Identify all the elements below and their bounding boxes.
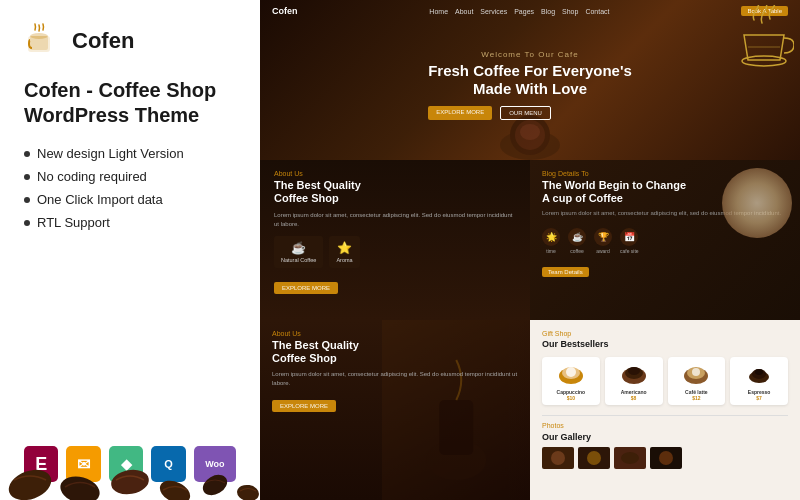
about-card-1: ☕ Natural Coffee — [274, 236, 323, 268]
product-cappuccino: Cappuccino $10 — [542, 357, 600, 405]
bullet-2 — [24, 174, 30, 180]
svg-point-36 — [659, 451, 673, 465]
svg-point-6 — [156, 476, 193, 500]
about-title: The Best QualityCoffee Shop — [274, 179, 516, 205]
left-panel: Cofen Cofen - Coffee Shop WordPress Them… — [0, 0, 260, 500]
card-1-icon: ☕ — [291, 241, 306, 255]
icon-item-1: 🌟 time — [542, 228, 560, 254]
product-espresso: Espresso $7 — [730, 357, 788, 405]
product-title: Cofen - Coffee Shop WordPress Theme — [24, 78, 236, 128]
nav-link-contact: Contact — [585, 8, 609, 15]
about-card-2: ⭐ Aroma — [329, 236, 359, 268]
nav-link-shop: Shop — [562, 8, 578, 15]
svg-point-14 — [520, 124, 540, 140]
nav-link-blog: Blog — [541, 8, 555, 15]
latte-img — [681, 361, 711, 386]
middle-section: About Us The Best QualityCoffee Shop Lor… — [260, 160, 800, 320]
svg-point-22 — [628, 367, 640, 375]
bestsellers-title: Our Bestsellers — [542, 339, 788, 349]
hero-nav-links: Home About Services Pages Blog Shop Cont… — [429, 8, 609, 15]
icon-circle-3: 🏆 — [594, 228, 612, 246]
bottom-text-content: About Us The Best QualityCoffee Shop Lor… — [272, 330, 518, 412]
about-subtitle: About Us — [274, 170, 516, 177]
logo-icon — [24, 22, 62, 60]
bullet-4 — [24, 220, 30, 226]
svg-point-7 — [199, 471, 231, 500]
about-explore-btn[interactable]: EXPLORE MORE — [274, 282, 338, 294]
gallery-thumbs — [542, 447, 788, 469]
espresso-img — [744, 361, 774, 386]
bestsellers-section: Gift Shop Our Bestsellers Cappuccino $10 — [530, 320, 800, 500]
svg-point-9 — [742, 56, 786, 66]
hero-menu-btn[interactable]: OUR MENU — [500, 106, 551, 120]
team-btn[interactable]: Team Details — [542, 267, 589, 277]
bottom-section: About Us The Best QualityCoffee Shop Lor… — [260, 320, 800, 500]
coffee-beans-decoration — [0, 400, 260, 500]
preview-container: Cofen Home About Services Pages Blog Sho… — [260, 0, 800, 500]
icon-label-4: cafe site — [620, 248, 639, 254]
bottom-explore-btn[interactable]: EXPLORE MORE — [272, 400, 336, 412]
gallery-subtitle: Photos — [542, 422, 788, 429]
svg-point-19 — [566, 367, 576, 377]
nav-link-about: About — [455, 8, 473, 15]
icon-circle-1: 🌟 — [542, 228, 560, 246]
bottom-title: The Best QualityCoffee Shop — [272, 339, 518, 365]
logo-area: Cofen — [24, 22, 236, 60]
bottom-subtitle: About Us — [272, 330, 518, 337]
bestsellers-grid: Cappuccino $10 Americano $8 — [542, 357, 788, 405]
feature-item-1: New design Light Version — [24, 146, 236, 161]
gold-cup-illustration — [734, 5, 794, 75]
hero-text: Welcome To Our Cafe Fresh Coffee For Eve… — [428, 50, 632, 120]
product-americano: Americano $8 — [605, 357, 663, 405]
gallery-thumb-2 — [578, 447, 610, 469]
about-text: Lorem ipsum dolor sit amet, consectetur … — [274, 211, 516, 228]
gallery-title: Our Gallery — [542, 432, 788, 442]
icon-label-2: coffee — [570, 248, 584, 254]
world-section: Blog Details To The World Begin to Chang… — [530, 160, 800, 320]
hero-explore-btn[interactable]: EXPLORE MORE — [428, 106, 492, 120]
hero-buttons: EXPLORE MORE OUR MENU — [428, 106, 632, 120]
espresso-price: $7 — [756, 395, 762, 401]
americano-price: $8 — [631, 395, 637, 401]
logo-name: Cofen — [72, 28, 134, 54]
svg-point-30 — [551, 451, 565, 465]
svg-rect-2 — [30, 36, 48, 50]
product-latte: Café latte $12 — [668, 357, 726, 405]
hero-nav: Cofen Home About Services Pages Blog Sho… — [260, 6, 800, 16]
world-coffee-image — [722, 168, 792, 238]
gallery-section: Photos Our Gallery — [542, 415, 788, 469]
icon-label-1: time — [546, 248, 555, 254]
about-cards: ☕ Natural Coffee ⭐ Aroma — [274, 236, 516, 268]
icon-label-3: award — [596, 248, 610, 254]
icon-circle-2: ☕ — [568, 228, 586, 246]
cappuccino-price: $10 — [567, 395, 575, 401]
bullet-3 — [24, 197, 30, 203]
svg-point-4 — [57, 472, 102, 500]
bullet-1 — [24, 151, 30, 157]
icon-item-3: 🏆 award — [594, 228, 612, 254]
card-2-icon: ⭐ — [337, 241, 352, 255]
svg-point-5 — [109, 467, 151, 497]
hero-section: Cofen Home About Services Pages Blog Sho… — [260, 0, 800, 160]
gallery-thumb-4 — [650, 447, 682, 469]
feature-item-2: No coding required — [24, 169, 236, 184]
hero-subtitle: Welcome To Our Cafe — [428, 50, 632, 59]
right-panel: Cofen Home About Services Pages Blog Sho… — [260, 0, 800, 500]
gallery-thumb-1 — [542, 447, 574, 469]
feature-item-4: RTL Support — [24, 215, 236, 230]
gallery-thumb-3 — [614, 447, 646, 469]
nav-link-home: Home — [429, 8, 448, 15]
icon-item-2: ☕ coffee — [568, 228, 586, 254]
svg-point-25 — [692, 368, 700, 376]
bestsellers-subtitle: Gift Shop — [542, 330, 788, 337]
about-section: About Us The Best QualityCoffee Shop Lor… — [260, 160, 530, 320]
features-list: New design Light Version No coding requi… — [24, 146, 236, 230]
hero-nav-logo: Cofen — [272, 6, 298, 16]
nav-link-pages: Pages — [514, 8, 534, 15]
americano-img — [619, 361, 649, 386]
bottom-about: About Us The Best QualityCoffee Shop Lor… — [260, 320, 530, 500]
hero-title: Fresh Coffee For Everyone'sMade With Lov… — [428, 62, 632, 98]
feature-item-3: One Click Import data — [24, 192, 236, 207]
svg-point-28 — [755, 369, 763, 375]
bottom-text: Lorem ipsum dolor sit amet, consectetur … — [272, 370, 518, 387]
